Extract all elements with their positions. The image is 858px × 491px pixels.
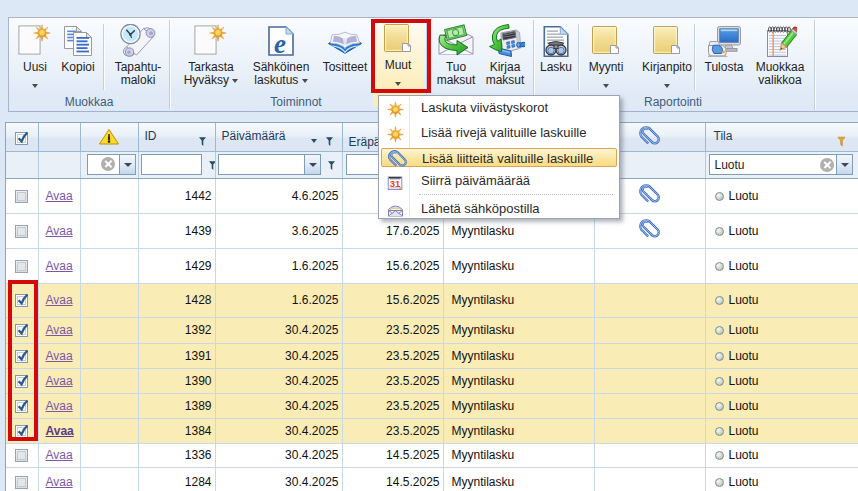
svg-text:e: e xyxy=(274,29,286,57)
svg-text:31: 31 xyxy=(390,178,401,189)
